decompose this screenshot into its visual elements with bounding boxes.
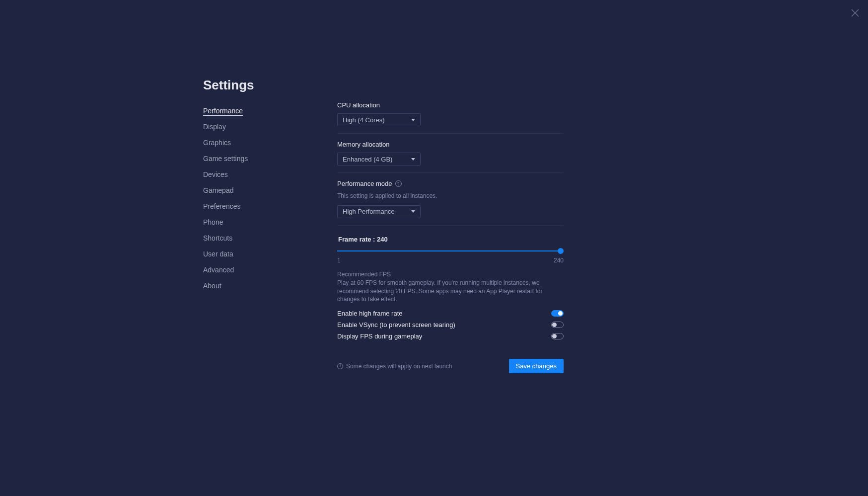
sidebar-item-about[interactable]: About bbox=[203, 281, 292, 291]
sidebar-item-phone[interactable]: Phone bbox=[203, 217, 292, 228]
enable-high-frame-rate-label: Enable high frame rate bbox=[337, 310, 403, 317]
settings-sidebar: Performance Display Graphics Game settin… bbox=[203, 106, 292, 291]
enable-vsync-label: Enable VSync (to prevent screen tearing) bbox=[337, 321, 455, 329]
memory-allocation-select[interactable]: Enhanced (4 GB) bbox=[337, 153, 421, 165]
sidebar-item-preferences[interactable]: Preferences bbox=[203, 201, 292, 212]
help-icon[interactable]: ? bbox=[395, 180, 402, 187]
sidebar-item-shortcuts[interactable]: Shortcuts bbox=[203, 233, 292, 244]
performance-mode-subtext: This setting is applied to all instances… bbox=[337, 192, 564, 200]
close-icon[interactable] bbox=[851, 9, 859, 17]
recommended-fps-text: Play at 60 FPS for smooth gameplay. If y… bbox=[337, 279, 564, 304]
memory-allocation-label: Memory allocation bbox=[337, 141, 564, 148]
sidebar-item-devices[interactable]: Devices bbox=[203, 169, 292, 180]
display-fps-toggle[interactable] bbox=[551, 333, 564, 339]
frame-rate-label: Frame rate : 240 bbox=[337, 236, 564, 243]
info-icon: i bbox=[337, 363, 343, 369]
performance-mode-label: Performance mode bbox=[337, 180, 392, 187]
frame-rate-min: 1 bbox=[337, 257, 341, 264]
sidebar-item-performance[interactable]: Performance bbox=[203, 106, 292, 116]
enable-high-frame-rate-toggle[interactable] bbox=[551, 310, 564, 317]
recommended-fps-title: Recommended FPS bbox=[337, 271, 564, 278]
sidebar-item-user-data[interactable]: User data bbox=[203, 249, 292, 259]
slider-thumb[interactable] bbox=[558, 248, 564, 254]
enable-vsync-toggle[interactable] bbox=[551, 322, 564, 328]
chevron-down-icon bbox=[411, 119, 415, 121]
page-title: Settings bbox=[203, 78, 292, 93]
memory-allocation-value: Enhanced (4 GB) bbox=[343, 156, 392, 163]
sidebar-item-game-settings[interactable]: Game settings bbox=[203, 154, 292, 164]
frame-rate-max: 240 bbox=[554, 257, 564, 264]
performance-mode-value: High Performance bbox=[343, 208, 395, 215]
chevron-down-icon bbox=[411, 210, 415, 213]
footer-note: Some changes will apply on next launch bbox=[346, 363, 452, 370]
display-fps-label: Display FPS during gameplay bbox=[337, 332, 422, 340]
save-changes-button[interactable]: Save changes bbox=[509, 359, 564, 373]
sidebar-item-graphics[interactable]: Graphics bbox=[203, 138, 292, 148]
performance-mode-select[interactable]: High Performance bbox=[337, 205, 421, 218]
frame-rate-slider[interactable] bbox=[337, 247, 564, 255]
chevron-down-icon bbox=[411, 158, 415, 161]
sidebar-item-advanced[interactable]: Advanced bbox=[203, 265, 292, 275]
sidebar-item-display[interactable]: Display bbox=[203, 122, 292, 132]
sidebar-item-gamepad[interactable]: Gamepad bbox=[203, 185, 292, 196]
cpu-allocation-select[interactable]: High (4 Cores) bbox=[337, 113, 421, 126]
cpu-allocation-value: High (4 Cores) bbox=[343, 116, 385, 124]
cpu-allocation-label: CPU allocation bbox=[337, 101, 564, 109]
